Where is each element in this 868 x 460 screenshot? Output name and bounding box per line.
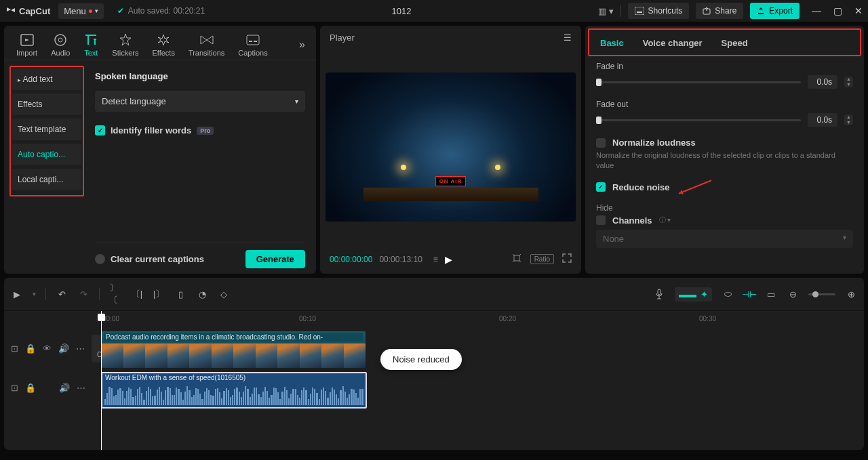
- track-more-icon[interactable]: ⋯: [77, 383, 85, 393]
- tab-voice-changer[interactable]: Voice changer: [643, 38, 703, 48]
- track-collapse-icon[interactable]: ⊡: [11, 343, 18, 354]
- reduce-noise-checkbox[interactable]: ✓: [596, 182, 606, 192]
- svg-rect-6: [247, 35, 259, 45]
- sidebar-item-effects[interactable]: Effects: [12, 93, 81, 115]
- split-icon[interactable]: 〕〔: [109, 282, 121, 306]
- detect-language-select[interactable]: Detect language ▾: [95, 91, 305, 112]
- track-lock-icon[interactable]: 🔒: [25, 383, 36, 393]
- trim-right-icon[interactable]: |〕: [153, 288, 165, 300]
- media-panel: Import Audio Text Stickers Effects Trans…: [4, 26, 316, 274]
- minimize-icon[interactable]: —: [812, 5, 821, 16]
- zoom-out-icon[interactable]: ⊖: [787, 289, 799, 299]
- chevron-down-icon: ▾: [295, 98, 298, 105]
- video-clip[interactable]: Podcast audio recording items in a clima…: [101, 331, 366, 368]
- clear-captions-checkbox[interactable]: [95, 254, 105, 264]
- trim-left-icon[interactable]: 〔|: [131, 288, 143, 300]
- text-sidebar-highlight: Add text Effects Text template Auto capt…: [9, 66, 84, 196]
- tab-captions[interactable]: Captions: [231, 30, 274, 60]
- sidebar-item-local-captions[interactable]: Local capti...: [12, 169, 81, 190]
- preview-viewport[interactable]: ON AIR: [326, 72, 576, 222]
- magnet-icon[interactable]: ⊣⊢: [743, 289, 755, 299]
- crop-icon[interactable]: [511, 253, 522, 266]
- player-panel: Player ☰ ON AIR 00:00:00:00 00:00:13:10 …: [320, 26, 581, 274]
- fade-out-value[interactable]: 0.0s: [808, 113, 837, 127]
- tab-import[interactable]: Import: [9, 30, 44, 60]
- svg-rect-7: [249, 41, 252, 42]
- channels-checkbox[interactable]: [596, 215, 606, 225]
- properties-panel: Basic Voice changer Speed Fade in 0.0s ▲…: [585, 26, 864, 274]
- tabs-more-icon[interactable]: »: [294, 36, 311, 54]
- check-icon: ✔: [117, 6, 124, 16]
- track-mute-icon[interactable]: 🔊: [58, 343, 69, 354]
- channels-select[interactable]: None▾: [596, 230, 853, 248]
- generate-button[interactable]: Generate: [245, 250, 305, 268]
- layout-icon[interactable]: ▥ ▾: [598, 6, 614, 16]
- sidebar-item-text-template[interactable]: Text template: [12, 119, 81, 140]
- play-button[interactable]: ▶: [445, 254, 452, 265]
- redo-icon[interactable]: ↷: [77, 289, 90, 299]
- project-title: 1012: [213, 6, 590, 16]
- marker-icon[interactable]: ◔: [196, 289, 208, 299]
- maximize-icon[interactable]: ▢: [833, 5, 842, 16]
- tab-text[interactable]: Text: [77, 30, 105, 60]
- preview-mode-icon[interactable]: ▭: [765, 289, 777, 299]
- shield-icon[interactable]: ◇: [218, 289, 230, 299]
- sidebar-item-add-text[interactable]: Add text: [12, 68, 81, 90]
- identify-filler-label: Identify filler words: [111, 125, 191, 135]
- info-icon[interactable]: ⓘ ▾: [659, 215, 671, 225]
- share-button[interactable]: Share: [696, 3, 743, 19]
- tab-speed[interactable]: Speed: [722, 38, 748, 48]
- timeline-ruler[interactable]: 00:00 00:10 00:20 00:30: [96, 311, 864, 329]
- track-lock-icon[interactable]: 🔒: [25, 343, 36, 354]
- audio-clip[interactable]: Workout EDM with a sense of speed(101650…: [101, 372, 367, 409]
- fade-out-stepper[interactable]: ▲▼: [844, 114, 853, 125]
- properties-tabs-highlight: Basic Voice changer Speed: [588, 28, 861, 56]
- link-icon[interactable]: ⬭: [722, 289, 734, 299]
- video-track-controls: ⊡ 🔒 👁 🔊 ⋯ Cover: [4, 329, 96, 368]
- zoom-slider[interactable]: [808, 293, 835, 295]
- normalize-checkbox[interactable]: [596, 138, 606, 148]
- close-icon[interactable]: ✕: [854, 5, 863, 16]
- shortcuts-button[interactable]: Shortcuts: [628, 3, 690, 19]
- onair-sign: ON AIR: [435, 176, 467, 186]
- svg-rect-1: [637, 12, 642, 13]
- fade-in-stepper[interactable]: ▲▼: [844, 77, 853, 87]
- mic-icon[interactable]: [653, 289, 665, 299]
- list-icon[interactable]: ≡: [433, 255, 438, 264]
- tab-basic[interactable]: Basic: [600, 38, 624, 48]
- fade-in-value[interactable]: 0.0s: [808, 75, 837, 89]
- reduce-noise-label: Reduce noise: [612, 182, 670, 192]
- menu-button[interactable]: Menu▾: [58, 3, 104, 19]
- undo-icon[interactable]: ↶: [56, 289, 68, 299]
- pointer-tool-icon[interactable]: ▶: [11, 289, 23, 299]
- autosave-status: ✔ Auto saved: 00:20:21: [117, 6, 205, 16]
- tab-transitions[interactable]: Transitions: [182, 30, 231, 60]
- app-logo: CapCut: [5, 5, 50, 16]
- svg-rect-9: [514, 255, 519, 261]
- export-button[interactable]: Export: [750, 3, 800, 19]
- track-more-icon[interactable]: ⋯: [76, 343, 85, 354]
- snap-toggle[interactable]: ▬▬✦: [675, 287, 712, 301]
- svg-rect-0: [635, 7, 644, 15]
- clear-captions-label: Clear current captions: [111, 254, 204, 264]
- delete-icon[interactable]: ▯: [174, 289, 186, 299]
- track-collapse-icon[interactable]: ⊡: [11, 383, 18, 393]
- track-mute-icon[interactable]: 🔊: [59, 383, 70, 393]
- tab-audio[interactable]: Audio: [44, 30, 77, 60]
- fullscreen-icon[interactable]: [562, 253, 572, 265]
- player-title: Player: [330, 33, 355, 43]
- playhead[interactable]: [101, 311, 102, 450]
- tab-stickers[interactable]: Stickers: [105, 30, 145, 60]
- zoom-in-icon[interactable]: ⊕: [845, 289, 857, 299]
- spoken-language-heading: Spoken language: [95, 71, 305, 81]
- toast-notification: Noise reduced: [380, 349, 462, 370]
- track-eye-icon[interactable]: 👁: [43, 343, 52, 354]
- identify-filler-checkbox[interactable]: ✓: [95, 125, 105, 135]
- ratio-button[interactable]: Ratio: [530, 254, 554, 264]
- timecode-total: 00:00:13:10: [379, 255, 422, 264]
- sidebar-item-auto-captions[interactable]: Auto captio...: [12, 144, 81, 165]
- tab-effects[interactable]: Effects: [145, 30, 181, 60]
- fade-in-slider[interactable]: [596, 81, 801, 83]
- fade-out-slider[interactable]: [596, 119, 801, 121]
- player-menu-icon[interactable]: ☰: [564, 33, 572, 43]
